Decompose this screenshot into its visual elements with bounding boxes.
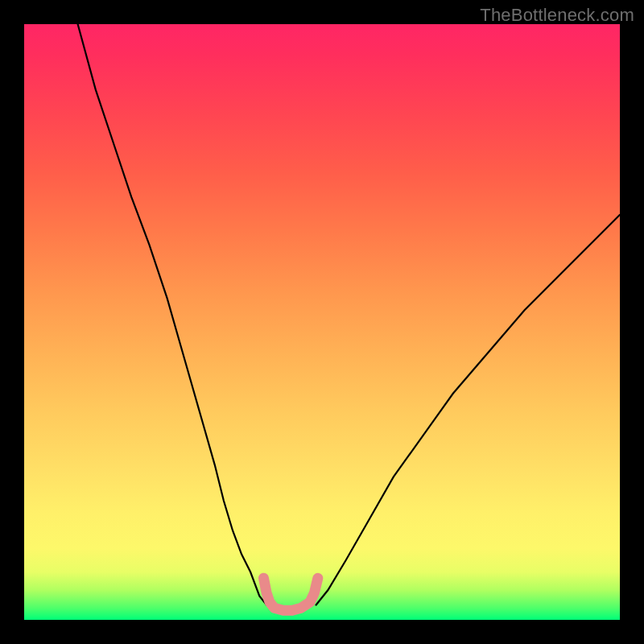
plot-area [24, 24, 620, 620]
valley-marker [263, 578, 317, 610]
right-curve [316, 215, 620, 605]
chart-frame: TheBottleneck.com [0, 0, 644, 644]
watermark-text: TheBottleneck.com [480, 5, 634, 26]
left-curve [78, 24, 267, 605]
curves-svg [24, 24, 620, 620]
